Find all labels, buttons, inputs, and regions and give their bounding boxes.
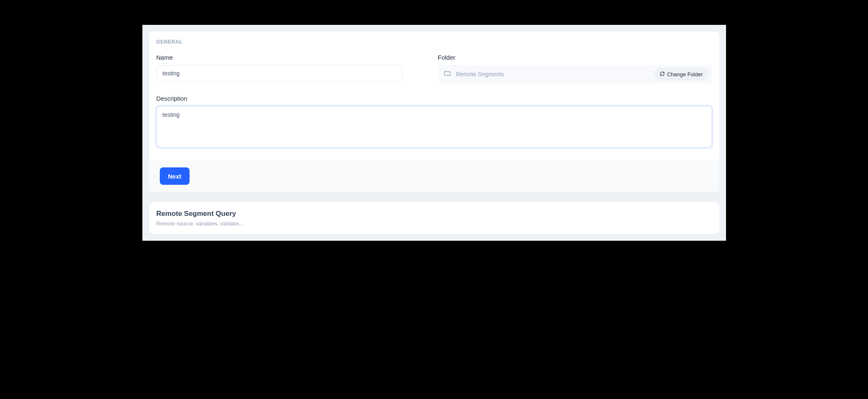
folder-name: Remote Segments <box>456 71 504 77</box>
general-card-body: GENERAL Name Folder <box>149 31 719 149</box>
name-label: Name <box>156 54 430 61</box>
page-container: GENERAL Name Folder <box>142 25 726 241</box>
next-button[interactable]: Next <box>160 167 190 185</box>
section-label-general: GENERAL <box>156 39 712 45</box>
remote-segment-query-card[interactable]: Remote Segment Query Remote source, vari… <box>149 202 719 234</box>
general-card-footer: Next <box>149 161 719 192</box>
general-card: GENERAL Name Folder <box>149 31 719 192</box>
refresh-icon <box>660 71 665 77</box>
description-input[interactable] <box>156 106 712 148</box>
folder-icon <box>444 70 451 79</box>
folder-info: Remote Segments <box>444 70 504 79</box>
name-field: Name <box>156 54 430 83</box>
folder-label: Folder <box>438 54 712 61</box>
remote-query-title: Remote Segment Query <box>156 210 712 218</box>
next-button-label: Next <box>168 173 182 180</box>
description-field: Description <box>156 95 712 149</box>
change-folder-label: Change Folder <box>667 71 703 77</box>
folder-field: Folder Remote Segments <box>438 54 712 83</box>
name-input[interactable] <box>156 65 403 82</box>
folder-picker: Remote Segments Chan <box>438 65 712 83</box>
name-folder-row: Name Folder Remote Segments <box>156 54 712 83</box>
change-folder-button[interactable]: Change Folder <box>654 68 709 80</box>
remote-query-subtitle: Remote source, variables, validate... <box>156 220 712 227</box>
description-label: Description <box>156 95 712 102</box>
